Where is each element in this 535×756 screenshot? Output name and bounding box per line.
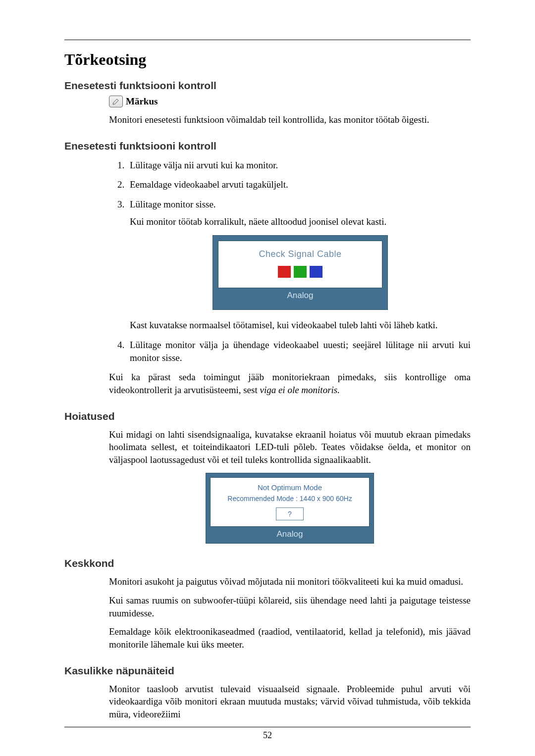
- bottom-rule: [64, 727, 471, 727]
- dialog2-footer: Analog: [210, 527, 370, 543]
- check-signal-cable-dialog: Check Signal Cable Analog: [213, 235, 388, 310]
- dialog1-footer: Analog: [218, 288, 382, 304]
- note-body: Monitori enesetesti funktsioon võimaldab…: [109, 113, 471, 126]
- step-3: Lülitage monitor sisse. Kui monitor tööt…: [127, 198, 471, 332]
- dialog1-text: Check Signal Cable: [222, 248, 378, 260]
- section-selftest-2: Enesetesti funktsiooni kontroll: [64, 140, 471, 152]
- section-environment: Keskkond: [64, 557, 471, 569]
- not-optimum-mode-dialog: Not Optimum Mode Recommended Mode : 1440…: [206, 473, 374, 544]
- pencil-note-icon: [109, 96, 123, 107]
- dialog2-help-button: ?: [276, 507, 304, 521]
- after-steps: Kui ka pärast seda toimingut jääb monito…: [109, 371, 471, 396]
- tips-p1: Monitor taasloob arvutist tulevaid visua…: [109, 683, 471, 721]
- dialog2-line2: Recommended Mode : 1440 x 900 60Hz: [214, 494, 366, 504]
- color-swatch-blue: [310, 266, 322, 278]
- top-rule: [64, 40, 471, 40]
- env-p2: Kui samas ruumis on subwoofer-tüüpi kõla…: [109, 594, 471, 619]
- warnings-body: Kui midagi on lahti sisendsignaaliga, ku…: [109, 428, 471, 466]
- page-title: Tõrkeotsing: [64, 50, 471, 69]
- step-2: Eemaldage videokaabel arvuti tagaküljelt…: [127, 178, 471, 191]
- step-3-text: Lülitage monitor sisse.: [130, 199, 216, 209]
- env-p3: Eemaldage kõik elektroonikaseadmed (raad…: [109, 625, 471, 651]
- env-p1: Monitori asukoht ja paigutus võivad mõju…: [109, 575, 471, 588]
- page-number: 52: [64, 730, 471, 741]
- color-swatch-green: [294, 266, 307, 278]
- steps-list: Lülitage välja nii arvuti kui ka monitor…: [109, 159, 471, 364]
- section-tips: Kasulikke näpunäiteid: [64, 665, 471, 677]
- note-row: Märkus: [109, 96, 471, 107]
- section-warnings: Hoiatused: [64, 410, 471, 422]
- note-label: Märkus: [126, 96, 158, 107]
- step-3-after: Kast kuvatakse normaalsel töötamisel, ku…: [130, 319, 471, 332]
- step-3-sub: Kui monitor töötab korralikult, näete al…: [130, 215, 471, 228]
- after-steps-italic: viga ei ole monitoris.: [260, 385, 339, 395]
- step-1: Lülitage välja nii arvuti kui ka monitor…: [127, 159, 471, 172]
- section-selftest-1: Enesetesti funktsiooni kontroll: [64, 80, 471, 92]
- dialog2-line1: Not Optimum Mode: [214, 483, 366, 493]
- step-4: Lülitage monitor välja ja ühendage video…: [127, 339, 471, 364]
- color-swatch-red: [278, 266, 291, 278]
